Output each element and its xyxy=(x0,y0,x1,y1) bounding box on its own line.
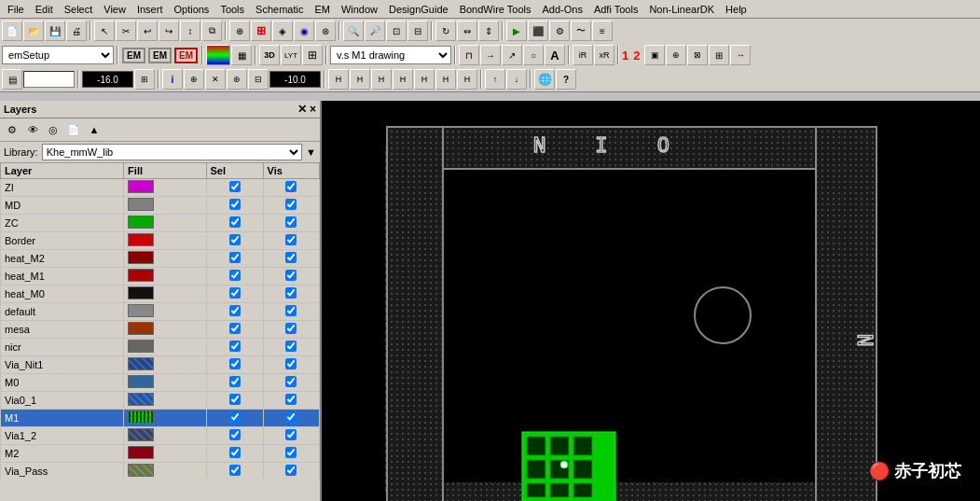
layer-vis-checkbox[interactable] xyxy=(285,216,297,228)
em-h7[interactable]: H xyxy=(457,69,477,90)
layer-sel-checkbox[interactable] xyxy=(229,305,241,316)
move-btn[interactable]: ↕ xyxy=(180,21,200,41)
circle-btn[interactable]: ○ xyxy=(523,45,544,65)
layer-sel-cell[interactable] xyxy=(206,179,263,197)
wave-btn[interactable]: 〜 xyxy=(571,21,591,41)
table-row[interactable]: Via_Pass xyxy=(1,463,320,480)
up-icon[interactable]: ▲ xyxy=(86,121,103,138)
visibility-icon[interactable]: ◎ xyxy=(45,121,62,138)
layer-vis-cell[interactable] xyxy=(263,445,320,463)
table-row[interactable]: heat_M1 xyxy=(1,268,320,285)
layer-vis-cell[interactable] xyxy=(263,268,320,285)
layer-vis-checkbox[interactable] xyxy=(285,252,297,263)
table-row[interactable]: M2 xyxy=(1,445,320,463)
em-h2[interactable]: H xyxy=(350,69,370,90)
open-btn[interactable]: 📂 xyxy=(23,21,44,41)
add-shape-btn[interactable]: ◈ xyxy=(272,21,293,41)
table-row[interactable]: M0 xyxy=(1,374,320,392)
menu-tools[interactable]: Tools xyxy=(214,2,250,17)
em-btn-1[interactable]: EM xyxy=(122,48,145,63)
layer-fill-cell[interactable] xyxy=(124,250,206,268)
snap-grid-btn[interactable]: ⊞ xyxy=(134,69,155,90)
layer-sel-checkbox[interactable] xyxy=(229,323,241,334)
layer-fill-cell[interactable] xyxy=(124,427,206,445)
via-btn[interactable]: ⊠ xyxy=(687,45,708,65)
menu-select[interactable]: Select xyxy=(59,2,99,17)
em-arrow1[interactable]: ↑ xyxy=(485,69,505,90)
settings-icon[interactable]: ⚙ xyxy=(4,121,21,138)
layer-fill-cell[interactable] xyxy=(124,374,206,392)
menu-nonlinear[interactable]: Non-LinearDK xyxy=(643,2,720,17)
layer-sel-cell[interactable] xyxy=(206,427,263,445)
rotate-btn[interactable]: ↻ xyxy=(435,21,456,41)
property-btn[interactable]: ⊞ xyxy=(709,45,729,65)
layer-sel-checkbox[interactable] xyxy=(229,199,241,210)
param-btn[interactable]: ⚙ xyxy=(549,21,570,41)
iR-btn[interactable]: iR xyxy=(573,45,593,65)
menu-designguide[interactable]: DesignGuide xyxy=(383,2,454,17)
layer-vis-checkbox[interactable] xyxy=(285,429,297,440)
grid-btn[interactable]: ⊞ xyxy=(302,45,323,65)
panel-close-btn[interactable]: ✕ × xyxy=(297,103,316,116)
text-btn[interactable]: A xyxy=(545,45,565,65)
layer-fill-cell[interactable] xyxy=(124,392,206,410)
layer-sel-cell[interactable] xyxy=(206,321,263,339)
table-row[interactable]: default xyxy=(1,303,320,321)
em-h5[interactable]: H xyxy=(414,69,435,90)
em-h1[interactable]: H xyxy=(328,69,349,90)
layer-vis-checkbox[interactable] xyxy=(285,323,297,334)
em-btn-3[interactable]: EM xyxy=(174,48,198,63)
layer-vis-checkbox[interactable] xyxy=(285,287,297,299)
em-tool2[interactable]: ✕ xyxy=(205,69,226,90)
stop-btn[interactable]: ⬛ xyxy=(528,21,548,41)
layer-sel-cell[interactable] xyxy=(206,268,263,285)
run-btn[interactable]: ▶ xyxy=(506,21,527,41)
em-globe[interactable]: 🌐 xyxy=(534,69,555,90)
layer-sel-checkbox[interactable] xyxy=(229,341,241,352)
xR-btn[interactable]: xR xyxy=(594,45,614,65)
add-wire-btn[interactable]: ⊞ xyxy=(251,21,271,41)
table-row[interactable]: Via0_1 xyxy=(1,392,320,410)
measure-btn[interactable]: ⊕ xyxy=(666,45,686,65)
save-btn[interactable]: 💾 xyxy=(45,21,65,41)
layer-sel-cell[interactable] xyxy=(206,356,263,374)
layout-btn[interactable]: LYT xyxy=(281,45,301,65)
table-row[interactable]: MD xyxy=(1,197,320,215)
add-pin-btn[interactable]: ⊛ xyxy=(315,21,336,41)
layer-sel-checkbox[interactable] xyxy=(229,270,241,281)
layer-sel-cell[interactable] xyxy=(206,410,263,427)
cut-btn[interactable]: ✂ xyxy=(116,21,136,41)
layer-vis-cell[interactable] xyxy=(263,374,320,392)
layer-fill-cell[interactable] xyxy=(124,410,206,427)
layer-vis-cell[interactable] xyxy=(263,250,320,268)
table-row[interactable]: Via_Nit1 xyxy=(1,356,320,374)
copy-btn[interactable]: ⧉ xyxy=(201,21,222,41)
arrow-up-btn[interactable]: ↗ xyxy=(502,45,522,65)
layer-sel-checkbox[interactable] xyxy=(229,181,241,192)
snap-btn[interactable]: ⊕ xyxy=(229,21,250,41)
add-port-btn[interactable]: ◉ xyxy=(294,21,314,41)
layer-vis-cell[interactable] xyxy=(263,321,320,339)
layer-sel-cell[interactable] xyxy=(206,339,263,356)
table-row[interactable]: nicr xyxy=(1,339,320,356)
layer-vis-cell[interactable] xyxy=(263,392,320,410)
layer-fill-cell[interactable] xyxy=(124,232,206,250)
em-arrow2[interactable]: ↓ xyxy=(506,69,527,90)
menu-schematic[interactable]: Schematic xyxy=(250,2,309,17)
layer-vis-checkbox[interactable] xyxy=(285,411,297,423)
layer-fill-cell[interactable] xyxy=(124,215,206,232)
layer-sel-checkbox[interactable] xyxy=(229,287,241,299)
layer-vis-cell[interactable] xyxy=(263,197,320,215)
layer-pattern-btn[interactable]: ▦ xyxy=(231,45,252,65)
data-btn[interactable]: ≡ xyxy=(592,21,613,41)
pointer-btn[interactable]: ↖ xyxy=(94,21,115,41)
layer-vis-cell[interactable] xyxy=(263,179,320,197)
layer-vis-cell[interactable] xyxy=(263,215,320,232)
layer-fill-cell[interactable] xyxy=(124,339,206,356)
table-row[interactable]: heat_M0 xyxy=(1,285,320,303)
layer-fill-cell[interactable] xyxy=(124,445,206,463)
layer-sel-checkbox[interactable] xyxy=(229,411,241,423)
layer-vis-checkbox[interactable] xyxy=(285,358,297,369)
layer-fill-cell[interactable] xyxy=(124,356,206,374)
arrow-right-btn[interactable]: → xyxy=(480,45,501,65)
